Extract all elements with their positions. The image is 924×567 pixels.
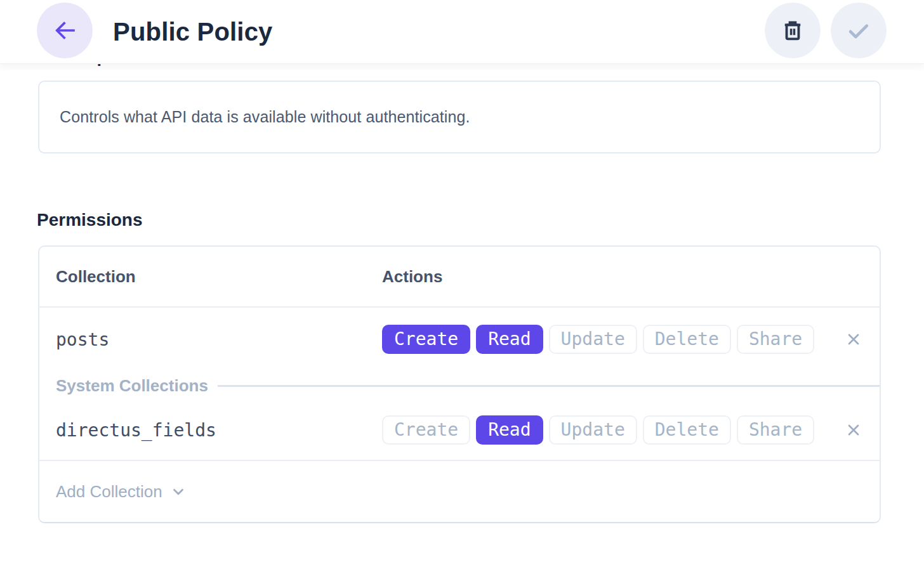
action-button-share[interactable]: Share (737, 325, 814, 354)
delete-button[interactable] (765, 3, 821, 58)
trash-icon (779, 17, 806, 44)
permissions-heading: Permissions (37, 209, 881, 231)
collection-name: directus_fields (56, 420, 382, 441)
action-button-read[interactable]: Read (476, 325, 543, 354)
check-icon (845, 16, 873, 44)
collection-name: posts (56, 329, 382, 350)
actions-cell: Create Read Update Delete Share (382, 415, 863, 445)
permission-row-directus-fields: directus_fields Create Read Update Delet… (39, 400, 880, 460)
add-collection-label: Add Collection (56, 482, 162, 502)
save-button[interactable] (831, 3, 887, 58)
system-collections-divider: System Collections (39, 371, 880, 400)
action-button-share[interactable]: Share (737, 415, 814, 445)
chevron-down-icon (170, 483, 187, 500)
action-button-update[interactable]: Update (549, 325, 637, 354)
actions-cell: Create Read Update Delete Share (382, 325, 863, 354)
column-header-collection: Collection (56, 267, 382, 287)
policy-form: Controls what API data is available with… (0, 64, 924, 523)
action-button-delete[interactable]: Delete (643, 415, 731, 445)
description-input[interactable]: Controls what API data is available with… (38, 81, 881, 153)
page-header: Public Policy (0, 0, 924, 64)
close-icon (845, 330, 862, 348)
add-collection-button[interactable]: Add Collection (39, 460, 880, 522)
action-button-create[interactable]: Create (382, 415, 470, 445)
back-button[interactable] (37, 3, 93, 58)
divider-line (218, 385, 880, 387)
action-button-update[interactable]: Update (549, 415, 637, 445)
remove-row-button[interactable] (844, 330, 863, 349)
close-icon (845, 421, 862, 439)
permissions-table-header: Collection Actions (39, 247, 880, 308)
system-collections-label: System Collections (56, 376, 208, 396)
action-button-delete[interactable]: Delete (643, 325, 731, 354)
action-button-read[interactable]: Read (476, 415, 543, 445)
column-header-actions: Actions (382, 267, 442, 287)
action-button-create[interactable]: Create (382, 325, 470, 354)
remove-row-button[interactable] (844, 420, 863, 440)
permissions-table: Collection Actions posts Create Read Upd… (38, 245, 881, 523)
description-value: Controls what API data is available with… (60, 108, 470, 126)
permission-row-posts: posts Create Read Update Delete Share (39, 308, 880, 371)
page-title: Public Policy (113, 18, 273, 46)
arrow-left-icon (51, 17, 78, 44)
